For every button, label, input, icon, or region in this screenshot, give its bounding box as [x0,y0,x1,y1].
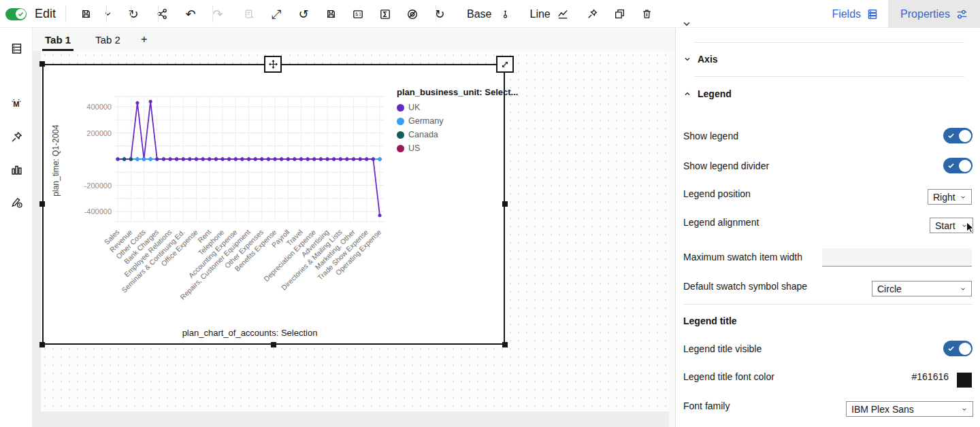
media-widgets-icon[interactable] [5,191,27,213]
font-family-select[interactable]: IBM Plex Sans [846,401,973,417]
maximize-icon[interactable]: ⤢ [265,3,287,25]
refresh-icon[interactable]: ↻ [122,3,144,25]
max-swatch-width-input[interactable] [822,248,972,267]
visualizations-icon[interactable] [5,158,27,180]
toolbar-separator [158,5,159,22]
max-swatch-width-label: Maximum swatch item width [683,252,802,262]
line-chart-icon[interactable] [552,3,574,25]
delete-icon[interactable] [636,3,658,25]
font-family-label: Font family [683,400,730,411]
fields-stack-icon [866,8,879,20]
resize-handle-mid-left[interactable] [39,201,45,207]
legend-position-select[interactable]: Right [928,189,972,205]
show-legend-label: Show legend [683,131,738,141]
legend-item[interactable]: Canada [397,128,504,141]
summarize-sigma-icon[interactable] [374,3,396,25]
left-rail: M [0,28,33,427]
legend-item[interactable]: Germany [397,114,504,128]
legend-item[interactable]: UK [397,101,504,114]
save-icon[interactable] [75,3,97,25]
tab-2[interactable]: Tab 2 [83,28,133,51]
canvas-scrollbar[interactable] [669,51,675,427]
legend-title-visible-label: Legend title visible [683,343,762,354]
move-widget-handle[interactable] [264,56,282,73]
line-chart-widget[interactable]: 400000200000-200000-400000SalesRevenueOt… [42,64,505,345]
chart-legend: plan_business_unit: Select... UKGermanyC… [397,87,504,155]
legend-swatch [397,104,404,112]
show-legend-toggle[interactable] [943,128,973,143]
svg-text:400000: 400000 [86,103,112,111]
properties-panel: Axis Legend Show legend Show legend divi… [675,28,980,427]
legend-label: US [408,143,420,153]
check-icon [947,162,955,169]
disable-filter-icon[interactable] [402,3,423,25]
properties-label: Properties [900,8,950,20]
legend-alignment-select[interactable]: Start [930,218,973,233]
legend-label: UK [408,103,420,112]
legend-title-heading: Legend title [683,315,737,326]
resize-handle-bottom-right[interactable] [502,342,508,347]
legend-item[interactable]: US [397,141,504,155]
resize-handle-bottom-mid[interactable] [271,342,276,347]
duplicate-icon[interactable] [609,3,631,25]
fields-panel-tab[interactable]: Fields [822,0,888,28]
legend-title: plan_business_unit: Select... [397,87,504,97]
resize-handle-bottom-left[interactable] [39,342,45,347]
edit-toggle-check-icon [16,9,26,19]
toolbar-separator [106,5,107,22]
reset-icon[interactable]: ↺ [293,3,314,25]
chevron-down-icon [960,194,966,201]
legend-section-header[interactable]: Legend [683,88,732,99]
show-legend-divider-label: Show legend divider [683,160,769,171]
chevron-down-icon [961,222,968,229]
resize-handle-top-left[interactable] [39,61,45,67]
svg-text:200000: 200000 [86,129,112,137]
svg-text:-400000: -400000 [84,207,112,216]
top-toolbar: Edit ↻ ↶ ↷ ⤢ ↺ ↻ Base [0,0,980,28]
fields-label: Fields [832,8,861,20]
visualization-type-label[interactable]: Line [530,8,551,20]
section-divider [683,304,973,305]
pin-icon[interactable] [582,3,604,25]
x-axis-title: plan_chart_of_accounts: Selection [182,328,318,338]
base-theme-label[interactable]: Base [467,8,491,20]
pinned-items-icon[interactable] [5,126,27,148]
show-legend-divider-toggle[interactable] [943,158,973,173]
axis-section-header[interactable]: Axis [683,54,718,65]
check-icon [947,132,955,139]
swatch-shape-select[interactable]: Circle [872,281,972,296]
resize-handle-mid-right[interactable] [502,201,508,207]
legend-title-font-color-label: Legend title font color [683,371,774,382]
assistant-icon[interactable]: M [5,93,27,115]
data-sources-icon[interactable] [5,37,27,59]
share-icon[interactable] [151,3,173,25]
save-menu-chevron-icon[interactable] [97,3,118,25]
refresh-data-icon[interactable]: ↻ [429,3,451,25]
font-color-value: #161616 [911,371,949,382]
widget-properties-icon[interactable] [347,3,369,25]
toolbar-separator [436,5,436,22]
dashboard-canvas[interactable]: 400000200000-200000-400000SalesRevenueOt… [33,51,675,427]
tab-1[interactable]: Tab 1 [33,28,83,51]
chevron-down-icon [683,55,691,63]
edit-mode-toggle[interactable] [5,8,27,20]
legend-title-visible-toggle[interactable] [943,341,973,356]
chevron-up-icon [683,90,691,98]
expand-widget-handle[interactable] [496,56,514,73]
font-color-swatch[interactable] [957,373,972,388]
add-tab-button[interactable]: + [133,28,156,51]
y-axis-title: plan_time: Q1-2004 [51,124,61,196]
save-version-icon[interactable] [320,3,342,25]
expand-icon [500,60,510,69]
edit-label: Edit [35,7,56,21]
eyedropper-icon[interactable] [495,3,517,25]
dashboard-editor: { "toolbar": { "edit_label": "Edit", "ba… [0,0,980,427]
svg-text:-200000: -200000 [84,182,112,190]
svg-text:M: M [13,100,19,108]
scrolled-section-chevron-fragment [683,22,690,27]
properties-panel-tab[interactable]: Properties [888,0,980,28]
redo-icon[interactable]: ↷ [207,3,229,25]
swatch-shape-label: Default swatch symbol shape [683,281,807,292]
toolbar-separator [131,5,131,22]
undo-icon[interactable]: ↶ [180,3,201,25]
